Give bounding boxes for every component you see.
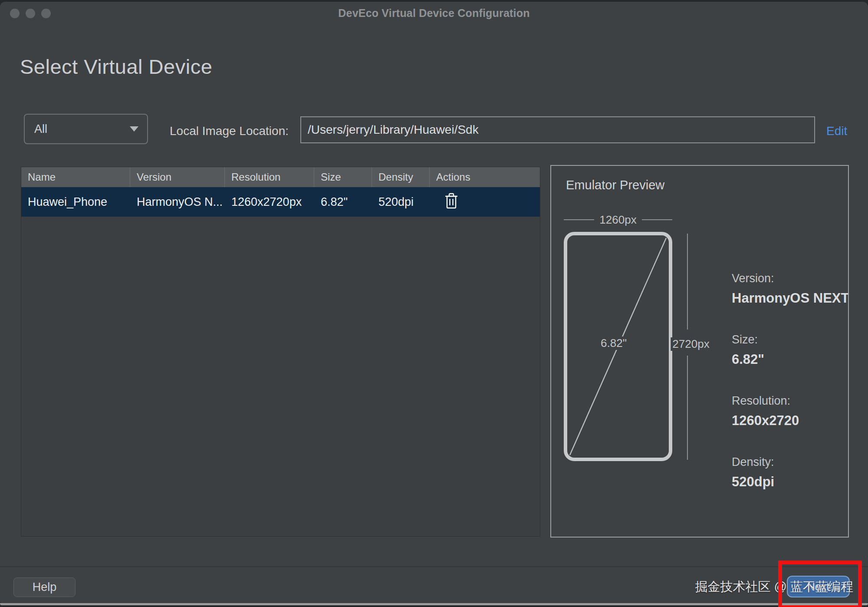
emulator-preview-panel: Emulator Preview 1260px 6.82" 2720px Ver…	[550, 165, 849, 538]
device-version: HarmonyOS N...	[130, 195, 225, 209]
device-configuration-window: DevEco Virtual Device Configuration Sele…	[0, 2, 868, 603]
detail-version-label: Version:	[732, 272, 849, 285]
height-dimension-label: 2720px	[671, 337, 711, 351]
column-header-resolution[interactable]: Resolution	[225, 167, 314, 187]
window-bottom-edge	[0, 603, 868, 605]
window-title: DevEco Virtual Device Configuration	[0, 7, 868, 20]
trash-icon	[444, 192, 459, 209]
edit-link[interactable]: Edit	[826, 124, 847, 138]
detail-size-value: 6.82"	[732, 352, 849, 367]
device-filter-dropdown[interactable]: All	[24, 114, 148, 144]
device-row-huawei-phone[interactable]: Huawei_Phone HarmonyOS N... 1260x2720px …	[21, 187, 540, 217]
device-size: 6.82"	[314, 195, 372, 209]
device-resolution: 1260x2720px	[225, 195, 314, 209]
help-button[interactable]: Help	[13, 577, 76, 597]
detail-density-label: Density:	[732, 455, 849, 469]
detail-density-value: 520dpi	[732, 474, 849, 490]
column-header-name[interactable]: Name	[21, 167, 130, 187]
local-image-location-value: /Users/jerry/Library/Huawei/Sdk	[308, 123, 479, 137]
column-header-size[interactable]: Size	[314, 167, 372, 187]
column-header-actions[interactable]: Actions	[430, 167, 540, 187]
title-bar: DevEco Virtual Device Configuration	[0, 2, 868, 25]
dimension-line	[564, 219, 594, 220]
width-dimension-label: 1260px	[599, 213, 636, 227]
dimension-line	[642, 219, 672, 220]
device-name: Huawei_Phone	[21, 195, 130, 209]
column-header-version[interactable]: Version	[130, 167, 225, 187]
diagonal-size-label: 6.82"	[598, 336, 629, 350]
device-table-header: Name Version Resolution Size Density Act…	[21, 167, 540, 187]
detail-resolution-value: 1260x2720	[732, 413, 849, 429]
chevron-down-icon	[130, 126, 138, 132]
red-highlight-annotation	[778, 561, 862, 607]
delete-device-button[interactable]	[444, 192, 459, 209]
column-header-density[interactable]: Density	[372, 167, 430, 187]
device-density: 520dpi	[372, 195, 430, 209]
device-table: Name Version Resolution Size Density Act…	[21, 167, 540, 537]
detail-version-value: HarmonyOS NEXT Be	[732, 290, 849, 306]
device-details: Version: HarmonyOS NEXT Be Size: 6.82" R…	[732, 272, 849, 517]
footer-divider	[0, 566, 868, 567]
width-dimension: 1260px	[564, 214, 672, 226]
help-button-label: Help	[33, 581, 57, 594]
page-title: Select Virtual Device	[20, 55, 212, 79]
device-filter-value: All	[34, 122, 130, 136]
detail-size-label: Size:	[732, 333, 849, 346]
local-image-location-field[interactable]: /Users/jerry/Library/Huawei/Sdk	[300, 116, 815, 143]
detail-resolution-label: Resolution:	[732, 394, 849, 408]
height-dimension-line	[687, 234, 688, 330]
emulator-preview-title: Emulator Preview	[566, 178, 664, 192]
height-dimension-line	[687, 356, 688, 460]
local-image-location-label: Local Image Location:	[143, 124, 289, 138]
